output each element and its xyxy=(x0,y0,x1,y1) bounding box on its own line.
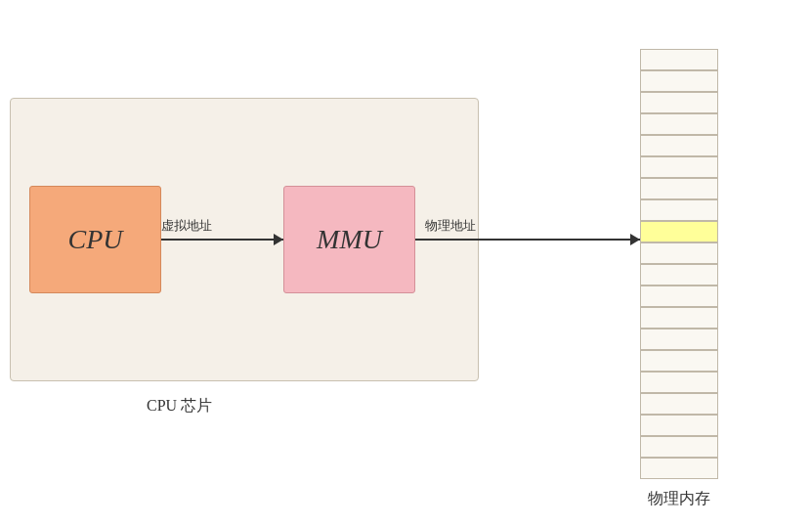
cpu-block: CPU xyxy=(29,186,161,293)
memory-cell xyxy=(640,329,718,350)
memory-cell xyxy=(640,285,718,307)
memory-cell xyxy=(640,372,718,393)
memory-cell xyxy=(640,113,718,135)
arrow-virtual-arrowhead xyxy=(274,234,283,245)
memory-cell xyxy=(640,436,718,458)
memory-cell xyxy=(640,350,718,372)
cpu-block-label: CPU xyxy=(68,224,123,255)
cpu-chip-label: CPU 芯片 xyxy=(147,396,212,417)
mmu-block: MMU xyxy=(283,186,415,293)
diagram-container: CPU 芯片 CPU MMU 虚拟地址 物理地址 物理内存 xyxy=(0,0,812,527)
memory-cell xyxy=(640,178,718,199)
memory-cell xyxy=(640,264,718,285)
arrow-physical-arrowhead xyxy=(630,234,640,245)
memory-label: 物理内存 xyxy=(640,489,718,509)
memory-cell xyxy=(640,92,718,113)
memory-cell xyxy=(640,393,718,415)
arrow-virtual-label: 虚拟地址 xyxy=(161,217,212,235)
memory-cell xyxy=(640,199,718,221)
arrow-physical: 物理地址 xyxy=(415,239,640,241)
memory-cell xyxy=(640,221,718,242)
arrow-physical-line xyxy=(415,239,640,241)
memory-cell xyxy=(640,135,718,156)
memory-cell xyxy=(640,156,718,178)
memory-cell xyxy=(640,70,718,92)
arrow-virtual-line xyxy=(161,239,283,241)
arrow-physical-label: 物理地址 xyxy=(425,217,476,235)
memory-cell xyxy=(640,49,718,70)
memory-block xyxy=(640,49,718,479)
mmu-block-label: MMU xyxy=(317,224,382,255)
memory-cell xyxy=(640,242,718,264)
memory-cell xyxy=(640,307,718,329)
memory-cell xyxy=(640,458,718,479)
memory-cell xyxy=(640,415,718,436)
arrow-virtual: 虚拟地址 xyxy=(161,239,283,241)
